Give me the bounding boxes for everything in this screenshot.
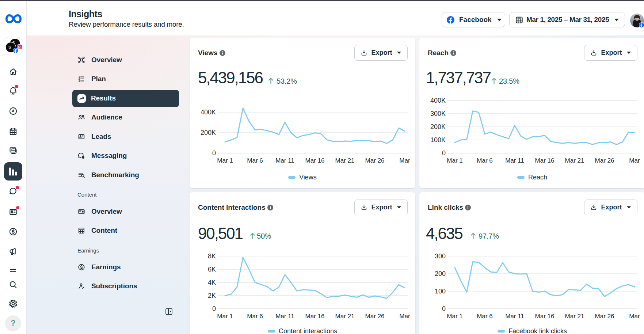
svg-text:Mar 1: Mar 1 bbox=[447, 313, 462, 320]
svg-text:Mar 26: Mar 26 bbox=[595, 313, 614, 320]
svg-text:0: 0 bbox=[212, 149, 216, 157]
svg-text:400K: 400K bbox=[201, 109, 216, 116]
svg-text:Mar: Mar bbox=[399, 313, 410, 320]
svg-text:200K: 200K bbox=[430, 123, 446, 130]
svg-text:Mar 6: Mar 6 bbox=[477, 157, 492, 164]
svg-text:Mar 21: Mar 21 bbox=[335, 157, 355, 164]
svg-text:Mar 6: Mar 6 bbox=[477, 313, 492, 320]
svg-text:Mar 21: Mar 21 bbox=[565, 313, 584, 320]
svg-text:300K: 300K bbox=[430, 110, 446, 117]
svg-text:Mar 21: Mar 21 bbox=[565, 157, 584, 164]
svg-text:Mar 11: Mar 11 bbox=[275, 313, 294, 320]
svg-text:Mar 6: Mar 6 bbox=[247, 313, 263, 320]
svg-text:300: 300 bbox=[435, 253, 446, 260]
svg-text:Mar 21: Mar 21 bbox=[335, 313, 355, 320]
svg-text:Mar 6: Mar 6 bbox=[247, 157, 263, 164]
svg-text:4K: 4K bbox=[208, 279, 216, 286]
svg-text:Mar 16: Mar 16 bbox=[535, 157, 555, 164]
svg-text:8K: 8K bbox=[208, 253, 216, 260]
svg-text:100K: 100K bbox=[430, 136, 446, 144]
svg-text:Mar 16: Mar 16 bbox=[305, 313, 325, 320]
svg-text:Mar 26: Mar 26 bbox=[365, 313, 385, 320]
svg-text:Mar 1: Mar 1 bbox=[217, 313, 233, 320]
svg-text:Mar 16: Mar 16 bbox=[305, 157, 325, 164]
svg-text:Mar: Mar bbox=[629, 313, 640, 320]
svg-text:2K: 2K bbox=[208, 292, 216, 299]
svg-text:200K: 200K bbox=[201, 129, 216, 136]
svg-text:0: 0 bbox=[442, 149, 446, 157]
svg-text:Mar 1: Mar 1 bbox=[217, 157, 233, 164]
svg-text:Mar: Mar bbox=[629, 157, 640, 164]
svg-text:200: 200 bbox=[435, 270, 446, 277]
svg-text:6K: 6K bbox=[208, 266, 216, 273]
svg-text:0: 0 bbox=[212, 305, 216, 312]
svg-text:Mar 11: Mar 11 bbox=[275, 157, 294, 164]
svg-text:3: 3 bbox=[79, 80, 80, 82]
svg-text:Mar 26: Mar 26 bbox=[365, 157, 385, 164]
svg-text:Mar 1: Mar 1 bbox=[447, 157, 462, 164]
svg-text:Mar: Mar bbox=[399, 157, 410, 164]
svg-text:100: 100 bbox=[435, 288, 446, 295]
svg-text:0: 0 bbox=[442, 305, 446, 312]
svg-text:Mar 16: Mar 16 bbox=[535, 313, 555, 320]
svg-text:Mar 11: Mar 11 bbox=[505, 157, 524, 164]
svg-text:400K: 400K bbox=[430, 97, 446, 104]
svg-text:Mar 11: Mar 11 bbox=[505, 313, 524, 320]
svg-text:Mar 26: Mar 26 bbox=[595, 157, 614, 164]
